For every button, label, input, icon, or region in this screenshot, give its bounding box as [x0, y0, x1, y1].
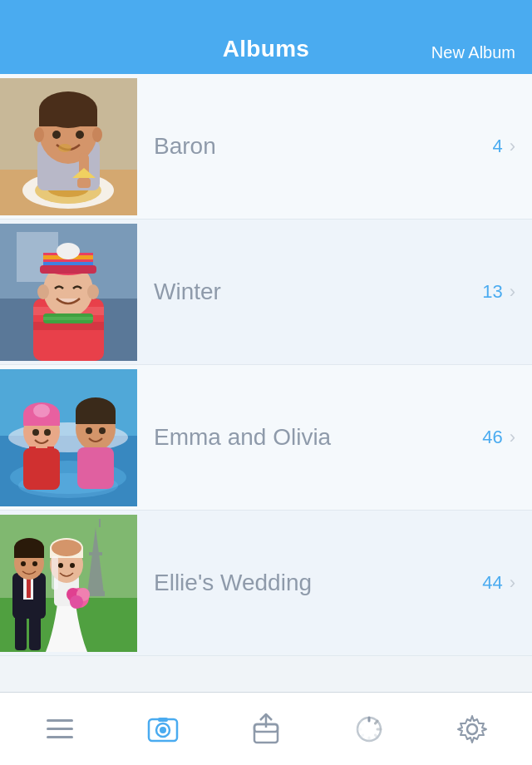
- header: Albums New Album: [0, 0, 532, 74]
- svg-point-70: [21, 561, 26, 566]
- tab-settings[interactable]: [438, 703, 506, 755]
- svg-rect-58: [91, 569, 101, 572]
- album-thumbnail-wedding: [0, 515, 137, 652]
- album-thumbnail-emma: [0, 369, 137, 506]
- tab-share[interactable]: [232, 703, 300, 755]
- album-count-winter: 13: [482, 281, 502, 303]
- album-count-emma: 46: [482, 427, 502, 448]
- album-item-winter[interactable]: Winter 13 ›: [0, 220, 532, 365]
- album-right-wedding: 44 ›: [482, 572, 515, 594]
- svg-rect-15: [77, 178, 91, 188]
- svg-line-93: [376, 721, 378, 723]
- svg-point-83: [70, 595, 83, 609]
- album-info-emma: Emma and Olivia 46 ›: [137, 424, 532, 451]
- svg-rect-76: [52, 556, 58, 590]
- activity-icon: [352, 712, 387, 747]
- album-right-emma: 46 ›: [482, 427, 515, 448]
- svg-point-100: [467, 724, 477, 734]
- tab-menu[interactable]: [26, 703, 94, 755]
- tab-activity[interactable]: [335, 703, 403, 755]
- album-name-winter: Winter: [154, 279, 221, 305]
- svg-point-31: [87, 284, 99, 299]
- share-icon: [249, 712, 283, 747]
- chevron-winter: ›: [510, 281, 515, 303]
- chevron-wedding: ›: [510, 572, 515, 594]
- album-list: Baron 4 ›: [0, 74, 532, 692]
- album-item-wedding[interactable]: Ellie's Wedding 44 ›: [0, 511, 532, 656]
- svg-point-12: [76, 131, 84, 139]
- svg-line-95: [376, 735, 378, 738]
- svg-point-11: [52, 131, 61, 139]
- svg-point-30: [37, 284, 49, 299]
- svg-point-13: [58, 144, 71, 152]
- svg-rect-8: [39, 110, 97, 126]
- album-item-baron[interactable]: Baron 4 ›: [0, 74, 532, 220]
- svg-rect-47: [47, 447, 54, 459]
- new-album-button[interactable]: New Album: [431, 43, 515, 62]
- svg-rect-33: [43, 317, 93, 320]
- svg-point-44: [44, 429, 51, 436]
- album-info-baron: Baron 4 ›: [137, 133, 532, 160]
- album-right-winter: 13 ›: [482, 281, 515, 303]
- album-count-wedding: 44: [482, 572, 502, 594]
- album-name-baron: Baron: [154, 133, 216, 160]
- chevron-emma: ›: [510, 427, 515, 448]
- svg-rect-29: [40, 265, 96, 274]
- album-name-wedding: Ellie's Wedding: [154, 570, 312, 596]
- svg-point-10: [92, 127, 102, 142]
- svg-rect-46: [29, 447, 36, 459]
- svg-point-42: [33, 404, 50, 417]
- svg-point-43: [32, 429, 39, 436]
- svg-point-51: [86, 427, 92, 434]
- album-info-wedding: Ellie's Wedding 44 ›: [137, 570, 532, 596]
- svg-point-78: [58, 563, 63, 568]
- tab-photos[interactable]: [129, 703, 197, 755]
- svg-rect-50: [76, 411, 116, 424]
- album-thumbnail-baron: [0, 78, 137, 215]
- svg-rect-59: [92, 581, 99, 585]
- menu-icon: [42, 712, 77, 747]
- svg-rect-57: [89, 552, 102, 555]
- photos-icon: [145, 712, 180, 747]
- album-item-emma[interactable]: Emma and Olivia 46 ›: [0, 365, 532, 511]
- svg-rect-87: [158, 718, 168, 722]
- svg-point-71: [32, 561, 37, 566]
- tab-bar: [0, 692, 532, 765]
- chevron-baron: ›: [510, 136, 515, 157]
- svg-point-28: [57, 243, 80, 259]
- album-thumbnail-winter: [0, 224, 137, 361]
- svg-rect-53: [77, 447, 114, 489]
- svg-line-99: [361, 721, 363, 723]
- svg-point-77: [52, 540, 81, 556]
- page-title: Albums: [183, 36, 349, 62]
- settings-icon: [455, 712, 490, 747]
- svg-point-86: [160, 727, 166, 733]
- svg-point-79: [70, 563, 75, 568]
- svg-rect-45: [23, 448, 60, 490]
- album-name-emma: Emma and Olivia: [154, 424, 331, 451]
- svg-line-97: [361, 735, 363, 738]
- album-count-baron: 4: [492, 136, 502, 157]
- album-info-winter: Winter 13 ›: [137, 279, 532, 305]
- svg-rect-69: [14, 548, 44, 558]
- svg-point-9: [34, 127, 44, 142]
- album-right-baron: 4 ›: [492, 136, 515, 157]
- svg-point-52: [99, 427, 106, 434]
